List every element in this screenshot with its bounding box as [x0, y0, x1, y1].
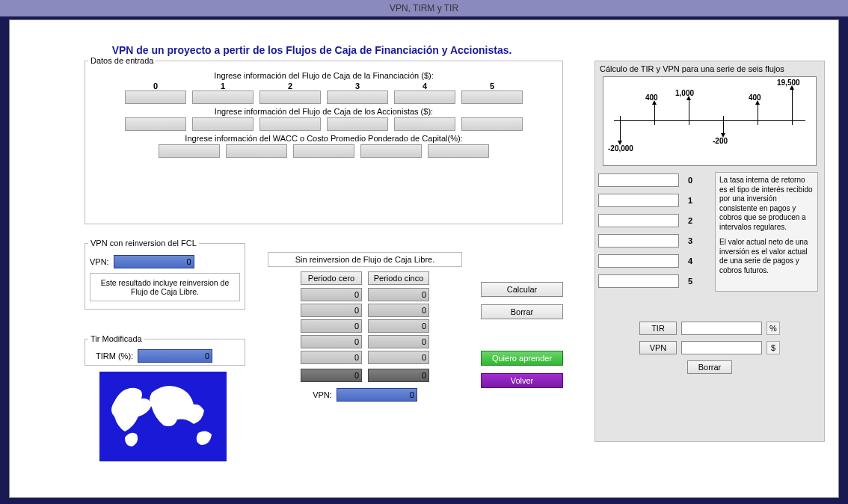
prompt-acc: Ingrese información del Flujo de Caja de… — [88, 107, 559, 116]
page-title: VPN de un proyecto a pertir de los Flujo… — [10, 44, 838, 56]
calcular-button[interactable]: Calcular — [481, 282, 563, 297]
tirm-legend: Tir Modificada — [88, 334, 144, 343]
acc-1[interactable] — [192, 117, 254, 131]
acc-0[interactable] — [125, 117, 186, 131]
pct-unit: % — [766, 322, 780, 335]
acc-2[interactable] — [259, 117, 321, 131]
sr-0-0 — [301, 288, 362, 301]
period-headers: 012345 — [88, 82, 559, 90]
sr-0-1 — [368, 288, 429, 301]
sr-3-1 — [368, 335, 429, 348]
vpn-reinv-group: VPN con reinversion del FCL VPN: Este re… — [85, 239, 245, 310]
sr-1-0 — [301, 304, 362, 317]
periodo-cero-button[interactable]: Periodo cero — [301, 271, 362, 285]
wacc-0[interactable] — [159, 144, 220, 158]
flow-inputs: 0 1 2 3 4 5 — [598, 173, 703, 288]
window: VPN de un proyecto a pertir de los Flujo… — [9, 19, 839, 498]
periodo-cinco-button[interactable]: Periodo cinco — [368, 271, 429, 285]
flow-0[interactable] — [598, 173, 679, 187]
wacc-4[interactable] — [428, 144, 489, 158]
volver-button[interactable]: Volver — [481, 373, 563, 388]
acc-4[interactable] — [394, 117, 455, 131]
sr-4-1 — [368, 351, 429, 364]
datos-legend: Datos de entrada — [88, 56, 156, 65]
flow-5[interactable] — [598, 274, 679, 288]
fin-1[interactable] — [192, 90, 254, 104]
right-description: La tasa interna de retorno es el tipo de… — [715, 172, 818, 292]
fin-row — [88, 90, 559, 104]
tirm-group: Tir Modificada TIRM (%): — [85, 334, 245, 366]
sr-1-1 — [368, 304, 429, 317]
tirm-value — [138, 349, 212, 363]
flow-3[interactable] — [598, 234, 679, 248]
tirm-label: TIRM (%): — [96, 351, 133, 360]
fin-4[interactable] — [394, 90, 455, 104]
right-title: Cálculo de TIR y VPN para una serie de s… — [595, 61, 824, 76]
vpn-reinv-value — [114, 255, 194, 268]
vpn-output — [681, 341, 762, 354]
vpn-reinv-note: Este resultado incluye reinversion de Fl… — [90, 273, 240, 301]
sin-reinv-title: Sin reinversion de Flujo de Caja Libre. — [268, 252, 462, 267]
sin-reinv-group: Sin reinversion de Flujo de Caja Libre. … — [268, 252, 462, 402]
wacc-2[interactable] — [293, 144, 354, 158]
wacc-1[interactable] — [226, 144, 287, 158]
titlebar: VPN, TIRM y TIR — [0, 0, 848, 16]
acc-5[interactable] — [461, 117, 523, 131]
flow-2[interactable] — [598, 214, 679, 227]
prompt-fin: Ingrese información del Flujo de Caja de… — [88, 71, 559, 80]
cashflow-diagram: -20,000 400 1,000 -200 400 19,500 — [603, 76, 817, 166]
dollar-unit: $ — [766, 341, 780, 354]
wacc-3[interactable] — [360, 144, 422, 158]
vpn-button[interactable]: VPN — [639, 341, 677, 354]
globe-icon — [99, 372, 227, 461]
sr-3-0 — [301, 335, 362, 348]
fin-3[interactable] — [327, 90, 388, 104]
fin-5[interactable] — [461, 90, 523, 104]
sr-4-0 — [301, 351, 362, 364]
quiero-aprender-button[interactable]: Quiero aprender — [481, 351, 563, 366]
right-borrar-button[interactable]: Borrar — [687, 360, 732, 374]
sr-2-0 — [301, 319, 362, 333]
sr-vpn-value — [337, 388, 417, 402]
fin-0[interactable] — [125, 90, 186, 104]
acc-3[interactable] — [327, 117, 388, 131]
prompt-wacc: Ingrese información del WACC o Costo Pro… — [88, 134, 559, 143]
sr-sum-0 — [301, 369, 362, 382]
datos-entrada-group: Datos de entrada Ingrese información del… — [85, 56, 563, 224]
vpn-reinv-legend: VPN con reinversion del FCL — [88, 239, 199, 248]
acc-row — [88, 117, 559, 131]
sr-vpn-label: VPN: — [313, 390, 332, 399]
sr-sum-1 — [368, 369, 429, 382]
action-buttons: Calcular Borrar Quiero aprender Volver — [481, 282, 563, 396]
sr-2-1 — [368, 319, 429, 333]
flow-4[interactable] — [598, 254, 679, 268]
tir-button[interactable]: TIR — [639, 322, 677, 335]
right-panel: Cálculo de TIR y VPN para una serie de s… — [594, 61, 825, 442]
vpn-reinv-label: VPN: — [90, 257, 109, 266]
fin-2[interactable] — [259, 90, 321, 104]
wacc-row — [88, 144, 559, 158]
borrar-button[interactable]: Borrar — [481, 304, 563, 319]
flow-1[interactable] — [598, 194, 679, 207]
tir-output — [681, 322, 762, 335]
